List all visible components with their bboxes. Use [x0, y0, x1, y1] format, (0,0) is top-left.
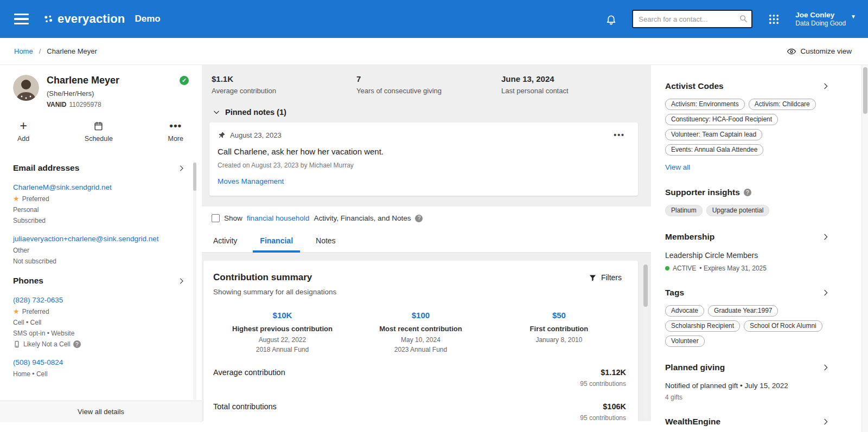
activist-code-pill: Activism: Environments — [665, 99, 745, 110]
profile-tabs: Activity Financial Notes — [202, 230, 651, 253]
tag-pill: Advocate — [665, 305, 704, 317]
activist-code-pill: Constituency: HCA-Food Recipient — [665, 114, 778, 125]
chevron-right-icon — [821, 363, 830, 372]
view-all-details-button[interactable]: View all details — [0, 401, 202, 422]
highlight-first-contribution: $50 First contribution January 8, 2010 — [490, 311, 628, 353]
sidebar-scrollbar[interactable] — [193, 162, 196, 400]
user-org: Data Doing Good — [795, 20, 846, 28]
everyaction-logo[interactable]: everyaction — [43, 12, 125, 26]
summary-row-value: $1.12K — [580, 368, 626, 377]
breadcrumb-home-link[interactable]: Home — [14, 47, 33, 55]
contact-pronouns: (She/Her/Hers) — [47, 89, 189, 98]
phones-header[interactable]: Phones — [13, 276, 186, 286]
wealthengine-title: WealthEngine — [665, 417, 720, 427]
schedule-button[interactable]: Schedule — [85, 120, 113, 143]
contact-search-input[interactable] — [632, 10, 752, 28]
apps-grid-icon[interactable] — [768, 13, 780, 25]
tab-financial[interactable]: Financial — [248, 230, 304, 252]
email-status: Subscribed — [13, 217, 186, 224]
planned-giving-section: Planned giving Notified of planned gift … — [665, 363, 830, 401]
vanid-label: VANID — [47, 101, 66, 108]
planned-giving-gifts: 4 gifts — [665, 394, 830, 401]
hamburger-menu-icon[interactable] — [14, 14, 29, 25]
mobile-phone-icon — [13, 340, 21, 348]
notifications-bell-icon[interactable] — [605, 14, 617, 25]
financial-household-link[interactable]: financial household — [247, 214, 310, 222]
email-addresses-header[interactable]: Email addresses — [13, 163, 186, 173]
chevron-right-icon — [177, 277, 186, 285]
pinned-notes-toggle[interactable]: Pinned notes (1) — [213, 108, 651, 117]
membership-status: ACTIVE • Expires May 31, 2025 — [665, 265, 830, 272]
highlight-value-link[interactable]: $10K — [273, 311, 292, 320]
email-item: juliaeveryaction+charlene@sink.sendgrid.… — [13, 234, 186, 265]
page-scrollbar[interactable] — [861, 65, 868, 432]
sidebar-scrollbar-thumb[interactable] — [193, 163, 196, 191]
summary-row-label: Average contribution — [213, 368, 285, 377]
avatar[interactable] — [13, 75, 39, 101]
calendar-icon — [93, 120, 104, 131]
help-icon[interactable]: ? — [415, 215, 423, 222]
highlight-value-link[interactable]: $50 — [552, 311, 566, 320]
highlight-fund: 2023 Annual Fund — [352, 346, 490, 353]
main-scrollbar[interactable] — [643, 263, 648, 419]
highlight-most-recent: $100 Most recent contribution May 10, 20… — [352, 311, 490, 353]
stat-consecutive-giving: 7 Years of consecutive giving — [356, 74, 501, 95]
phone-item: (828) 732-0635 ★Preferred Cell • Cell SM… — [13, 295, 186, 348]
eye-icon — [787, 47, 796, 56]
tab-activity[interactable]: Activity — [202, 230, 248, 252]
tag-pill: School Of Rock Alumni — [744, 320, 822, 332]
phone-number-link[interactable]: (508) 945-0824 — [13, 358, 63, 366]
tags-section: Tags Advocate Graduate Year:1997 Scholar… — [665, 288, 830, 347]
page-scrollbar-thumb[interactable] — [863, 67, 867, 114]
help-icon[interactable]: ? — [744, 189, 751, 196]
pinned-note-card: August 23, 2023 ••• Call Charlene, ask h… — [209, 122, 638, 196]
user-menu[interactable]: Joe Conley Data Doing Good ▼ — [795, 11, 856, 28]
moves-management-link[interactable]: Moves Management — [218, 177, 284, 185]
wealthengine-header[interactable]: WealthEngine — [665, 417, 830, 427]
phone-type: Home • Cell — [13, 370, 186, 378]
tags-header[interactable]: Tags — [665, 288, 830, 298]
verified-check-icon: ✓ — [180, 76, 189, 85]
tag-pill: Scholarship Recipient — [665, 320, 740, 332]
pushpin-icon — [218, 131, 226, 139]
search-icon[interactable] — [739, 14, 748, 23]
supporter-insights-header: Supporter insights ? — [665, 188, 830, 197]
star-icon: ★ — [13, 196, 20, 202]
highlight-value-link[interactable]: $100 — [412, 311, 430, 320]
help-icon[interactable]: ? — [73, 340, 81, 348]
contact-sidebar: Charlene Meyer ✓ (She/Her/Hers) VANID110… — [0, 65, 202, 432]
email-status: Not subscribed — [13, 257, 186, 265]
stat-value: June 13, 2024 — [501, 74, 646, 83]
supporter-insight-pill: Platinum — [665, 205, 703, 216]
phone-number-link[interactable]: (828) 732-0635 — [13, 296, 63, 304]
filters-button[interactable]: Filters — [589, 273, 628, 282]
tab-notes[interactable]: Notes — [304, 230, 347, 252]
chevron-down-icon: ▼ — [851, 14, 856, 20]
stat-label: Last personal contact — [501, 87, 646, 95]
star-icon: ★ — [13, 308, 20, 315]
more-button[interactable]: ••• More — [168, 120, 183, 143]
schedule-label: Schedule — [85, 135, 113, 143]
add-button[interactable]: + Add — [17, 120, 29, 143]
stat-last-contact: June 13, 2024 Last personal contact — [501, 74, 646, 95]
view-all-link[interactable]: View all — [665, 163, 690, 171]
customize-view-button[interactable]: Customize view — [787, 47, 852, 56]
email-preferred-label: Preferred — [22, 195, 49, 203]
activist-codes-header[interactable]: Activist Codes — [665, 81, 830, 91]
household-checkbox[interactable] — [212, 214, 220, 222]
chevron-right-icon — [821, 417, 830, 426]
email-addresses-section: Email addresses CharleneM@sink.sendgrid.… — [0, 152, 202, 265]
activist-code-pill: Activism: Childcare — [749, 99, 816, 110]
email-address-link[interactable]: CharleneM@sink.sendgrid.net — [13, 183, 112, 191]
note-overflow-menu[interactable]: ••• — [614, 131, 629, 139]
planned-giving-header[interactable]: Planned giving — [665, 363, 830, 372]
main-scrollbar-thumb[interactable] — [643, 265, 648, 307]
email-address-link[interactable]: juliaeveryaction+charlene@sink.sendgrid.… — [13, 235, 158, 243]
chevron-right-icon — [821, 288, 830, 297]
highlight-date: January 8, 2010 — [490, 336, 628, 344]
email-type: Other — [13, 247, 186, 254]
highlight-date: August 22, 2022 — [213, 336, 352, 344]
contribution-summary-card: Contribution summary Filters Showing sum… — [203, 261, 638, 423]
membership-header[interactable]: Membership — [665, 232, 830, 242]
more-dots-icon: ••• — [169, 120, 182, 131]
